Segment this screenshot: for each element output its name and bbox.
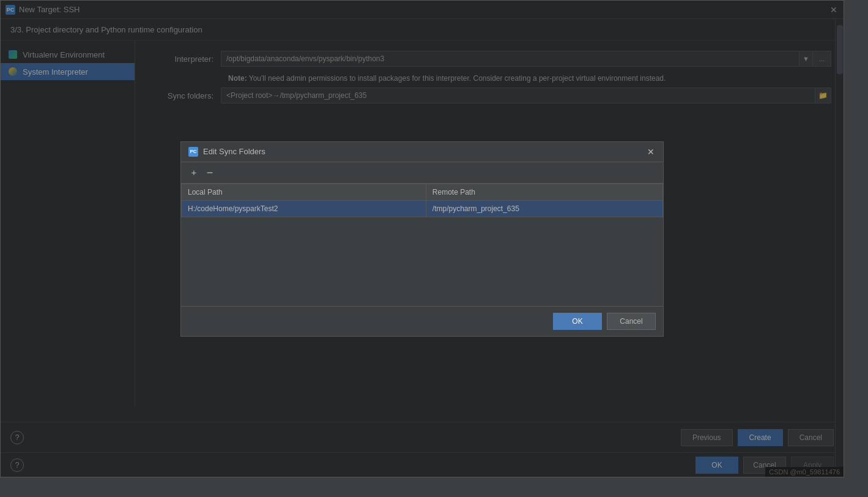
remote-path-header: Remote Path <box>426 184 662 200</box>
modal-close-button[interactable]: ✕ <box>646 147 656 157</box>
remove-sync-folder-button[interactable]: − <box>203 166 217 179</box>
sync-folders-table: Local Path Remote Path H:/codeHome/pyspa… <box>181 184 663 217</box>
modal-title-bar: PC Edit Sync Folders ✕ <box>181 142 663 162</box>
sync-folders-table-area: Local Path Remote Path H:/codeHome/pyspa… <box>181 184 663 306</box>
modal-pycharm-icon: PC <box>188 147 198 157</box>
edit-sync-folders-dialog: PC Edit Sync Folders ✕ + − Local Path Re… <box>180 141 664 337</box>
local-path-header: Local Path <box>182 184 426 200</box>
modal-title-left: PC Edit Sync Folders <box>188 147 265 157</box>
modal-overlay: PC Edit Sync Folders ✕ + − Local Path Re… <box>1 1 844 477</box>
remote-path-cell: /tmp/pycharm_project_635 <box>426 200 662 217</box>
table-row[interactable]: H:/codeHome/pysparkTest2 /tmp/pycharm_pr… <box>182 200 663 217</box>
modal-toolbar: + − <box>181 162 663 184</box>
add-sync-folder-button[interactable]: + <box>187 166 201 179</box>
modal-title: Edit Sync Folders <box>203 147 265 156</box>
modal-footer: OK Cancel <box>181 306 663 336</box>
modal-ok-button[interactable]: OK <box>553 313 602 330</box>
modal-cancel-button[interactable]: Cancel <box>607 313 656 330</box>
local-path-cell: H:/codeHome/pysparkTest2 <box>182 200 426 217</box>
main-window: PC New Target: SSH ✕ 3/3. Project direct… <box>0 0 844 477</box>
